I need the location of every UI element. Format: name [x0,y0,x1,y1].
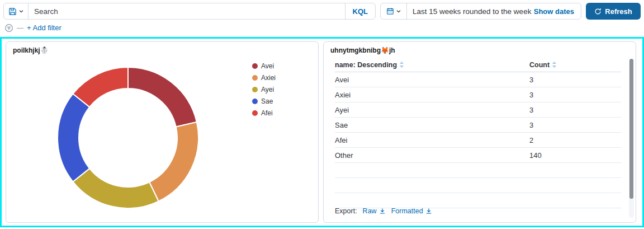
table-scrollbar-thumb[interactable] [629,59,633,199]
donut-slice-Avei[interactable] [128,67,197,127]
table-row: Avei 3 [335,72,621,87]
pie-panel-title[interactable]: poilkhjkj☃️ [13,46,49,54]
cell-name: Ayei [335,106,529,114]
calendar-icon [386,7,394,15]
table-empty-row [335,178,621,193]
add-filter-button[interactable]: + Add filter [27,24,61,32]
pie-chart-panel: poilkhjkj☃️ Avei Axiei Ayei Sae Afei [6,41,319,223]
table-row: Axiei 3 [335,87,621,102]
export-raw-label: Raw [363,207,377,215]
legend-label: Avei [261,62,274,70]
table-panel-title[interactable]: uhnytmgkbnibg🦊jh [330,46,395,54]
export-footer: Export: Raw Formatted [335,207,432,215]
date-quick-select-button[interactable] [381,3,407,19]
date-range-text[interactable]: Last 15 weeks rounded to the week [407,7,534,16]
column-header-name-label: name: Descending [335,61,397,69]
save-icon [8,7,17,16]
chart-legend: Avei Axiei Ayei Sae Afei [252,62,276,117]
sort-icon [399,62,404,68]
table-header-row: name: Descending Count [335,58,621,72]
download-icon [379,208,386,214]
data-table-panel: uhnytmgkbnibg🦊jh name: Descending Count [323,41,636,223]
cell-name: Avei [335,76,529,84]
table-row: Other 140 [335,148,621,163]
donut-slice-Ayei[interactable] [73,169,158,208]
kql-language-button[interactable]: KQL [345,3,375,19]
filter-bar: — + Add filter [0,20,644,35]
data-table: name: Descending Count [335,58,621,208]
search-input[interactable] [29,3,345,19]
column-header-name[interactable]: name: Descending [335,61,529,69]
legend-item[interactable]: Avei [252,62,276,70]
legend-dot [252,99,258,104]
legend-label: Axiei [261,74,276,82]
cell-name: Axiei [335,91,529,99]
legend-item[interactable]: Sae [252,97,276,105]
column-header-count[interactable]: Count [529,61,621,69]
legend-item[interactable]: Ayei [252,86,276,94]
refresh-button[interactable]: Refresh [586,3,641,20]
cell-count: 3 [529,76,621,84]
cell-name: Afei [335,136,529,144]
legend-dot [252,87,258,92]
donut-chart[interactable] [55,65,201,211]
table-empty-row [335,193,621,208]
cell-count: 3 [529,106,621,114]
legend-dot [252,110,258,116]
export-formatted-link[interactable]: Formatted [391,207,432,215]
refresh-icon [594,8,602,15]
dashboard-section: poilkhjkj☃️ Avei Axiei Ayei Sae Afei [0,37,644,227]
chevron-down-icon [396,8,401,14]
legend-label: Afei [261,109,273,117]
cell-count: 3 [529,121,621,129]
legend-item[interactable]: Axiei [252,74,276,82]
donut-slice-Axiei[interactable] [149,122,198,202]
filter-options-icon[interactable] [4,24,13,32]
column-header-count-label: Count [529,61,550,69]
legend-label: Ayei [261,86,274,94]
cell-name: Other [335,151,529,160]
legend-label: Sae [261,97,273,105]
cell-count: 2 [529,136,621,144]
sort-icon [552,62,557,68]
cell-count: 140 [529,151,621,160]
table-scrollbar-track[interactable] [629,59,634,218]
cell-name: Sae [335,121,529,129]
export-label: Export: [335,207,357,215]
refresh-button-label: Refresh [605,7,632,16]
show-dates-button[interactable]: Show dates [534,7,581,16]
table-empty-row [335,163,621,178]
table-row: Afei 2 [335,133,621,148]
legend-dot [252,63,258,69]
export-formatted-label: Formatted [391,207,423,215]
saved-query-menu-button[interactable] [4,3,29,19]
legend-dot [252,75,258,81]
table-row: Sae 3 [335,118,621,133]
filter-divider: — [17,24,23,32]
donut-slice-Afei[interactable] [73,67,128,107]
export-raw-link[interactable]: Raw [363,207,386,215]
legend-item[interactable]: Afei [252,109,276,117]
date-picker: Last 15 weeks rounded to the week Show d… [380,3,581,20]
donut-slice-Sae[interactable] [58,94,89,181]
search-bar: KQL [3,3,376,20]
chevron-down-icon [18,8,24,14]
download-icon [425,208,432,214]
cell-count: 3 [529,91,621,99]
table-row: Ayei 3 [335,102,621,118]
query-bar: KQL Last 15 weeks rounded to the week Sh… [0,0,644,20]
